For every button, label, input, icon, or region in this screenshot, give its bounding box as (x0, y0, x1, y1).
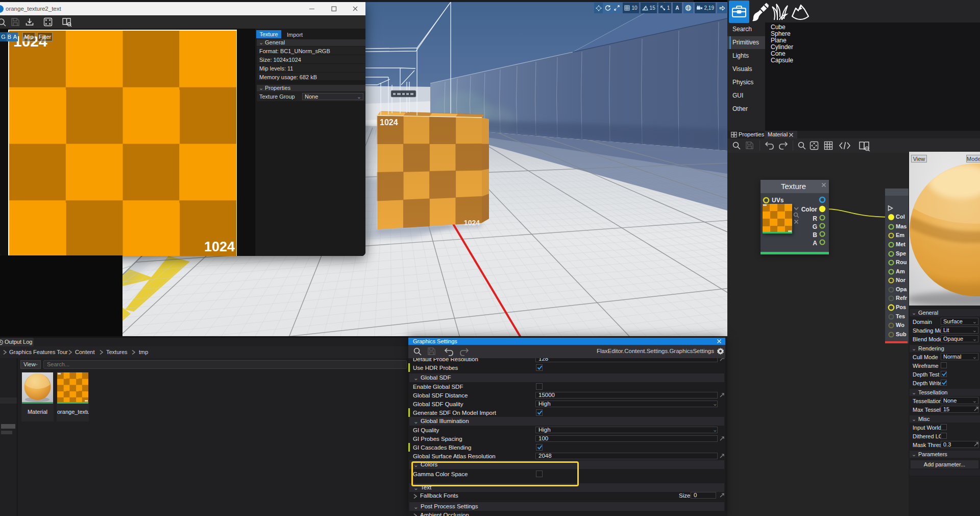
svg-text:1024: 1024 (380, 118, 398, 127)
svg-text:1024: 1024 (464, 219, 480, 227)
